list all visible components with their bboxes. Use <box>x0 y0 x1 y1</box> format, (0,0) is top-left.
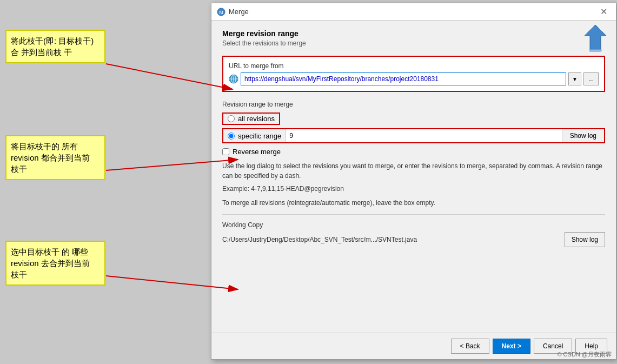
section-subheading: Select the revisions to merge <box>222 39 605 47</box>
merge-dialog: M Merge ✕ Merge revision range Select th… <box>211 3 616 360</box>
url-row: ▼ ... <box>229 72 599 85</box>
reverse-merge-label: Reverse merge <box>233 148 281 156</box>
url-label: URL to merge from <box>229 62 599 70</box>
reverse-merge-row: Reverse merge <box>222 148 605 156</box>
working-copy-label: Working Copy <box>222 221 605 229</box>
dialog-titlebar: M Merge ✕ <box>211 3 616 21</box>
reverse-merge-checkbox[interactable] <box>222 148 229 155</box>
svg-text:M: M <box>219 10 223 15</box>
url-input[interactable] <box>241 72 566 85</box>
all-revisions-radio[interactable] <box>228 115 235 122</box>
dialog-body: Merge revision range Select the revision… <box>211 21 616 333</box>
working-copy-path: C:/Users/JustryDeng/Desktop/Abc_SVN_Test… <box>222 236 560 243</box>
show-log-button[interactable]: Show log <box>562 130 604 142</box>
watermark: © CSDN @月夜雨霁 <box>557 350 612 359</box>
annotation-box-3: 选中目标枝干 的 哪些 revision 去合并到当前 枝干 <box>5 241 105 286</box>
tortoise-icon <box>583 22 608 54</box>
close-button[interactable]: ✕ <box>597 5 611 18</box>
separator <box>222 214 605 215</box>
show-log2-button[interactable]: Show log <box>565 232 605 247</box>
all-revisions-option: all revisions <box>222 112 280 125</box>
dialog-title-left: M Merge <box>217 8 249 16</box>
next-button[interactable]: Next > <box>493 339 530 354</box>
example-text: Example: 4-7,9,11,15-HEAD@pegrevision <box>222 185 605 193</box>
specific-range-row: specific range Show log <box>222 128 605 143</box>
all-revisions-row: all revisions <box>222 112 605 125</box>
annotation-box-1: 将此枝干(即: 目标枝干)合 并到当前枝 干 <box>5 30 105 63</box>
specific-range-input[interactable] <box>286 129 561 142</box>
revision-range-label: Revision range to merge <box>222 101 605 108</box>
example-label: Example: 4-7,9,11,15-HEAD@pegrevision <box>222 185 344 193</box>
specific-range-label: specific range <box>238 132 281 140</box>
merge-icon: M <box>217 8 225 16</box>
annotation-text-1: 将此枝干(即: 目标枝干)合 并到当前枝 干 <box>11 36 94 57</box>
svg-marker-6 <box>585 25 606 49</box>
working-copy-row: C:/Users/JustryDeng/Desktop/Abc_SVN_Test… <box>222 232 605 247</box>
annotation-text-3: 选中目标枝干 的 哪些 revision 去合并到当前 枝干 <box>11 247 90 279</box>
specific-range-radio[interactable] <box>228 133 235 140</box>
dialog-title: Merge <box>229 8 249 16</box>
dialog-footer: < Back Next > Cancel Help <box>211 333 616 359</box>
annotation-text-2: 将目标枝干的 所有 revision 都合并到当前 枝干 <box>11 142 90 174</box>
back-button[interactable]: < Back <box>451 339 489 354</box>
specific-range-left: specific range <box>223 130 286 142</box>
annotation-box-2: 将目标枝干的 所有 revision 都合并到当前 枝干 <box>5 135 105 180</box>
section-heading: Merge revision range <box>222 29 605 38</box>
info-text: Use the log dialog to select the revisio… <box>222 161 605 181</box>
auto-merge-text: To merge all revisions (reintegrate/auto… <box>222 198 605 208</box>
url-browse-button[interactable]: ... <box>583 72 599 85</box>
all-revisions-label: all revisions <box>238 115 275 123</box>
globe-icon <box>229 74 238 84</box>
url-dropdown-button[interactable]: ▼ <box>568 72 581 85</box>
url-section: URL to merge from ▼ ... <box>222 56 605 92</box>
